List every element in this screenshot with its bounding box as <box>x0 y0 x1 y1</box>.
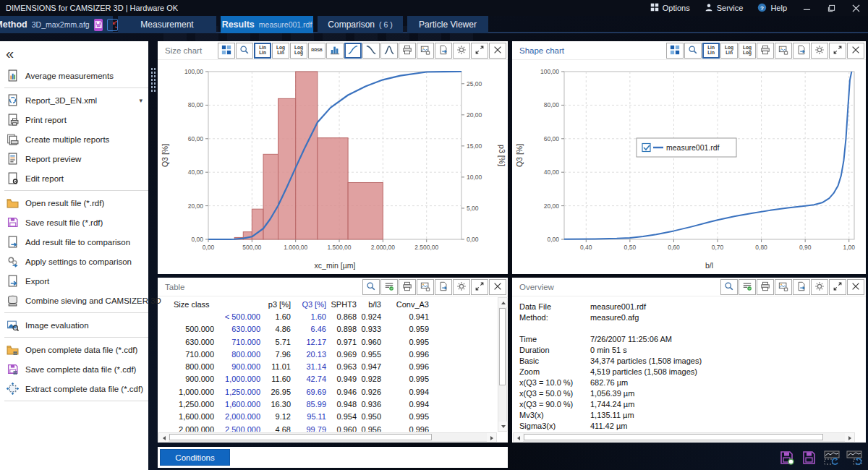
col-p3[interactable]: p3 [%] <box>262 300 292 309</box>
close-button[interactable] <box>847 43 864 59</box>
tab-measurement[interactable]: Measurement <box>118 16 216 33</box>
scroll-up-button[interactable] <box>498 298 508 307</box>
sidebar-item-save-complete-data-file-cdf[interactable]: Save complete data file (*.cdf) <box>0 359 148 379</box>
scroll-down-button[interactable] <box>498 422 508 431</box>
sidebar-item-open-complete-data-file-cdf[interactable]: Open complete data file (*.cdf) <box>0 340 148 359</box>
sidebar-item-print-report[interactable]: Print report <box>0 110 148 129</box>
close-button[interactable] <box>847 279 864 295</box>
zoom-button[interactable] <box>362 279 380 295</box>
scrollbar-thumb[interactable] <box>524 434 823 440</box>
scale-log-log-button[interactable]: LogLog <box>739 43 756 59</box>
scale-log-lin-button[interactable]: LogLin <box>720 43 738 59</box>
settings-button[interactable] <box>453 279 470 295</box>
save-result-check-button[interactable] <box>778 448 796 466</box>
scale-rrsb-button[interactable]: RRSB <box>308 43 326 59</box>
print-button[interactable] <box>757 279 774 295</box>
scale-log-lin-button[interactable]: LogLin <box>272 43 289 59</box>
sidebar-item-combine-sieving-and-camsizer-3d[interactable]: Combine sieving and CAMSIZER 3D <box>0 291 148 310</box>
sidebar-item-add-result-file-to-comparison[interactable]: Add result file to comparison <box>0 232 148 252</box>
service-menu[interactable]: Service <box>697 0 751 16</box>
table-row[interactable]: 1,600.0002,000.0009.1295.110.9540.9500.9… <box>159 411 497 423</box>
table-row[interactable]: 2,000.0002,500.0004.6899.790.9600.9560.9… <box>159 423 497 432</box>
print-button[interactable] <box>757 43 774 59</box>
expand-button[interactable] <box>829 279 846 295</box>
sidebar-item-extract-complete-data-file-cdf[interactable]: Extract complete data file (*.cdf) <box>0 379 148 398</box>
row-visibility-button[interactable] <box>739 279 756 295</box>
table-row[interactable]: 800.000900.00011.0131.140.9630.9470.996 <box>159 360 497 372</box>
image-restore-undo-button[interactable] <box>822 448 841 466</box>
expand-button[interactable] <box>471 43 488 59</box>
tab-particle-viewer[interactable]: Particle Viewer <box>407 16 488 33</box>
col-q3[interactable]: Q3 [%] <box>292 300 328 309</box>
sidebar-item-create-multiple-reports[interactable]: Create multiple reports <box>0 129 148 149</box>
file-export-button[interactable] <box>435 43 452 59</box>
sidebar-splitter[interactable] <box>148 41 158 470</box>
scale-log-log-button[interactable]: LogLog <box>290 43 307 59</box>
save-result-button[interactable] <box>800 448 819 466</box>
sidebar-item-edit-report[interactable]: Edit report <box>0 168 148 188</box>
scale-lin-lin-button[interactable]: LinLin <box>254 43 271 59</box>
sidebar-item-report-preview[interactable]: Report preview <box>0 149 148 168</box>
col-bl3[interactable]: b/l3 <box>358 300 383 309</box>
sidebar-collapse-button[interactable]: « <box>6 46 25 61</box>
sidebar-item-average-measurements[interactable]: Average measurements <box>0 66 148 85</box>
col-conv-a3[interactable]: Conv_A3 <box>383 300 430 309</box>
sidebar-item-save-result-file-rdf[interactable]: Save result file (*.rdf) <box>0 213 148 232</box>
scrollbar-thumb[interactable] <box>499 308 506 385</box>
tiles-button[interactable] <box>218 43 235 59</box>
vertical-scrollbar[interactable] <box>498 297 507 432</box>
close-window-button[interactable] <box>843 0 868 16</box>
chevron-down-icon[interactable]: ▾ <box>139 97 142 104</box>
image-export-button[interactable] <box>775 43 792 59</box>
scroll-right-button[interactable] <box>487 433 496 443</box>
curve-retained-button[interactable] <box>362 43 380 59</box>
tab-results[interactable]: Results measure001.rdf <box>221 16 313 33</box>
image-export-button[interactable] <box>775 279 792 295</box>
settings-button[interactable] <box>453 43 470 59</box>
sidebar-item-report-3d-en-xml[interactable]: Report_3D_EN.xml▾ <box>0 90 148 110</box>
col-size-class[interactable]: Size class <box>159 300 262 309</box>
table-row[interactable]: 500.000630.0004.866.460.8980.9330.959 <box>159 323 497 336</box>
curve-cumulative-button[interactable] <box>344 43 362 59</box>
close-button[interactable] <box>489 43 506 59</box>
settings-button[interactable] <box>811 279 828 295</box>
options-menu[interactable]: Options <box>643 0 697 16</box>
histogram-button[interactable] <box>326 43 344 59</box>
close-button[interactable] <box>489 279 506 295</box>
scroll-right-button[interactable] <box>845 433 854 443</box>
image-restore-redo-button[interactable] <box>845 448 864 466</box>
print-button[interactable] <box>399 43 416 59</box>
sidebar-item-export[interactable]: Export <box>0 271 148 291</box>
file-export-button[interactable] <box>793 43 810 59</box>
scale-lin-lin-button[interactable]: LinLin <box>702 43 720 59</box>
scrollbar-thumb[interactable] <box>169 434 432 440</box>
expand-button[interactable] <box>471 279 488 295</box>
help-menu[interactable]: ? Help <box>750 0 794 16</box>
col-spht3[interactable]: SPHT3 <box>328 300 358 309</box>
file-export-button[interactable] <box>435 279 452 295</box>
image-export-button[interactable] <box>417 43 434 59</box>
table-row[interactable]: 710.000800.0007.9620.130.9690.9550.996 <box>159 348 497 360</box>
print-button[interactable] <box>399 279 416 295</box>
zoom-button[interactable] <box>684 43 702 59</box>
method-save-button[interactable] <box>94 19 103 31</box>
scroll-left-button[interactable] <box>159 433 169 443</box>
image-export-button[interactable] <box>417 279 434 295</box>
zoom-button[interactable] <box>236 43 253 59</box>
sidebar-item-apply-settings-to-comparison[interactable]: Apply settings to comparison <box>0 252 148 271</box>
scroll-left-button[interactable] <box>514 433 523 443</box>
table-row[interactable]: 900.0001,000.00011.6042.740.9490.9280.99… <box>159 373 497 385</box>
expand-button[interactable] <box>829 43 846 59</box>
curve-density-button[interactable] <box>380 43 398 59</box>
table-row[interactable]: 1,250.0001,600.00016.3085.990.9480.9360.… <box>159 398 497 410</box>
tiles-button[interactable] <box>666 43 684 59</box>
sidebar-item-open-result-file-rdf[interactable]: Open result file (*.rdf) <box>0 193 148 213</box>
zoom-button[interactable] <box>720 279 738 295</box>
conditions-button[interactable]: Conditions <box>160 449 230 466</box>
table-row[interactable]: 630.000710.0005.7112.170.9710.9600.995 <box>159 336 497 348</box>
method-undo-button[interactable] <box>107 19 118 31</box>
maximize-button[interactable] <box>819 0 843 16</box>
legend-checkbox[interactable] <box>642 144 650 152</box>
settings-button[interactable] <box>811 43 828 59</box>
table-row[interactable]: < 500.0001.601.600.8680.9240.941 <box>159 310 497 322</box>
